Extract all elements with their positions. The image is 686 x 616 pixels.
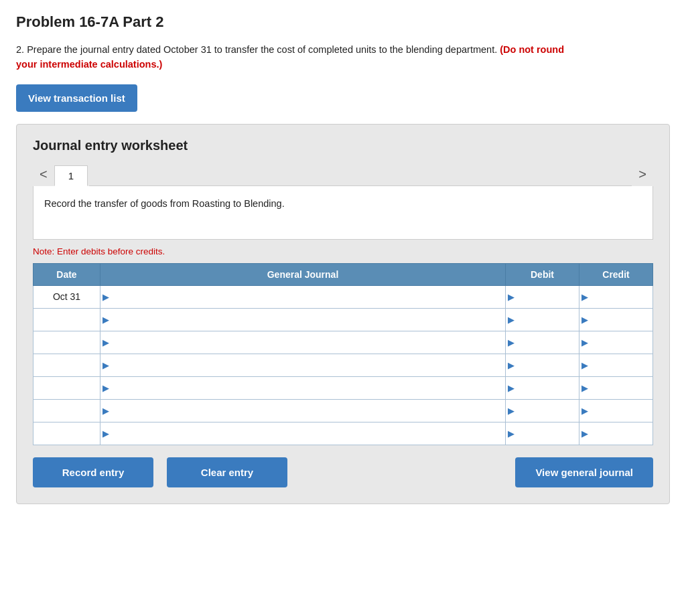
input-debit-5[interactable] <box>506 400 579 422</box>
view-general-journal-button[interactable]: View general journal <box>515 457 653 487</box>
prev-tab-button[interactable]: < <box>33 163 54 186</box>
col-credit: Credit <box>579 263 653 285</box>
input-debit-4[interactable] <box>506 377 579 399</box>
cell-general-journal-2[interactable]: ▶ <box>100 331 506 354</box>
cell-debit-1[interactable]: ▶ <box>506 308 579 331</box>
worksheet-container: Journal entry worksheet < 1 > Record the… <box>16 124 670 504</box>
instructions: 2. Prepare the journal entry dated Octob… <box>16 43 565 72</box>
cell-credit-6[interactable]: ▶ <box>579 422 653 445</box>
input-general-journal-3[interactable] <box>100 354 505 376</box>
table-row: ▶▶▶ <box>33 399 653 422</box>
table-row: ▶▶▶ <box>33 376 653 399</box>
cell-date-5 <box>33 399 100 422</box>
cell-general-journal-1[interactable]: ▶ <box>100 308 506 331</box>
page-title: Problem 16-7A Part 2 <box>16 13 670 31</box>
worksheet-title: Journal entry worksheet <box>33 138 653 153</box>
instruction-content: Record the transfer of goods from Roasti… <box>44 198 285 209</box>
cell-debit-3[interactable]: ▶ <box>506 354 579 376</box>
note-text: Note: Enter debits before credits. <box>33 246 653 256</box>
cell-date-4 <box>33 376 100 399</box>
cell-credit-2[interactable]: ▶ <box>579 331 653 354</box>
table-row: Oct 31▶▶▶ <box>33 285 653 308</box>
cell-general-journal-0[interactable]: ▶ <box>100 285 506 308</box>
cell-date-3 <box>33 354 100 376</box>
cell-credit-1[interactable]: ▶ <box>579 308 653 331</box>
input-credit-6[interactable] <box>579 422 653 445</box>
instructions-body: Prepare the journal entry dated October … <box>27 44 497 55</box>
cell-debit-6[interactable]: ▶ <box>506 422 579 445</box>
tab-1[interactable]: 1 <box>54 165 88 186</box>
cell-debit-4[interactable]: ▶ <box>506 376 579 399</box>
input-general-journal-4[interactable] <box>100 377 505 399</box>
cell-credit-5[interactable]: ▶ <box>579 399 653 422</box>
cell-credit-0[interactable]: ▶ <box>579 285 653 308</box>
record-entry-button[interactable]: Record entry <box>33 457 153 487</box>
cell-debit-5[interactable]: ▶ <box>506 399 579 422</box>
input-credit-4[interactable] <box>579 377 653 399</box>
cell-date-0: Oct 31 <box>33 285 100 308</box>
input-general-journal-0[interactable] <box>100 286 505 308</box>
cell-credit-3[interactable]: ▶ <box>579 354 653 376</box>
input-credit-0[interactable] <box>579 286 653 308</box>
col-general-journal: General Journal <box>100 263 506 285</box>
input-general-journal-1[interactable] <box>100 309 505 331</box>
cell-date-2 <box>33 331 100 354</box>
input-credit-3[interactable] <box>579 354 653 376</box>
cell-credit-4[interactable]: ▶ <box>579 376 653 399</box>
input-credit-1[interactable] <box>579 309 653 331</box>
input-debit-6[interactable] <box>506 422 579 445</box>
input-debit-2[interactable] <box>506 331 579 354</box>
input-debit-3[interactable] <box>506 354 579 376</box>
view-transaction-button[interactable]: View transaction list <box>16 84 137 112</box>
problem-number: 2. <box>16 44 24 55</box>
next-tab-button[interactable]: > <box>632 163 653 186</box>
cell-general-journal-4[interactable]: ▶ <box>100 376 506 399</box>
cell-debit-2[interactable]: ▶ <box>506 331 579 354</box>
button-row: Record entry Clear entry View general jo… <box>33 457 653 487</box>
table-row: ▶▶▶ <box>33 331 653 354</box>
input-credit-5[interactable] <box>579 400 653 422</box>
col-debit: Debit <box>506 263 579 285</box>
table-row: ▶▶▶ <box>33 422 653 445</box>
input-credit-2[interactable] <box>579 331 653 354</box>
instruction-box: Record the transfer of goods from Roasti… <box>33 186 653 240</box>
journal-table: Date General Journal Debit Credit Oct 31… <box>33 263 653 445</box>
cell-general-journal-5[interactable]: ▶ <box>100 399 506 422</box>
input-debit-1[interactable] <box>506 309 579 331</box>
table-row: ▶▶▶ <box>33 308 653 331</box>
cell-date-1 <box>33 308 100 331</box>
clear-entry-button[interactable]: Clear entry <box>167 457 287 487</box>
cell-general-journal-6[interactable]: ▶ <box>100 422 506 445</box>
input-general-journal-2[interactable] <box>100 331 505 354</box>
input-debit-0[interactable] <box>506 286 579 308</box>
input-general-journal-5[interactable] <box>100 400 505 422</box>
input-general-journal-6[interactable] <box>100 422 505 445</box>
col-date: Date <box>33 263 100 285</box>
cell-date-6 <box>33 422 100 445</box>
table-row: ▶▶▶ <box>33 354 653 376</box>
cell-debit-0[interactable]: ▶ <box>506 285 579 308</box>
cell-general-journal-3[interactable]: ▶ <box>100 354 506 376</box>
